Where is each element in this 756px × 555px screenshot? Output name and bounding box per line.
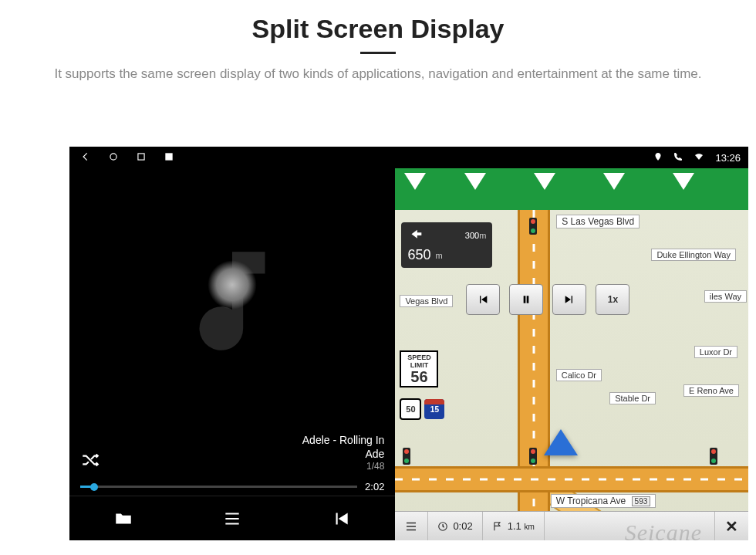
sim-speed-button[interactable]: 1x: [596, 284, 629, 315]
interstate-shield: 15: [424, 399, 444, 419]
gallery-icon[interactable]: [164, 151, 174, 164]
lane-arrow-icon: [603, 173, 625, 190]
shuffle-icon[interactable]: [80, 450, 100, 473]
nav-menu-button[interactable]: [395, 512, 428, 540]
speed-limit-sign: SPEED LIMIT 56: [400, 350, 438, 387]
sim-next-button[interactable]: [552, 284, 586, 315]
flag-icon: [492, 521, 503, 532]
sim-prev-button[interactable]: [466, 284, 500, 315]
street-label: Duke Ellington Way: [651, 249, 736, 261]
folder-button[interactable]: [69, 496, 178, 540]
street-label: Luxor Dr: [694, 346, 737, 358]
recents-icon[interactable]: [136, 151, 147, 164]
street-label: E Reno Ave: [683, 384, 739, 397]
street-label: S Las Vegas Blvd: [556, 215, 640, 228]
turn-distance: 650: [407, 247, 430, 263]
page-subtitle: It supports the same screen display of t…: [39, 65, 717, 84]
title-underline: [360, 52, 396, 54]
turn-distance-unit: m: [435, 251, 442, 260]
status-bar: 13:26: [69, 147, 748, 168]
traffic-light-icon: [529, 218, 537, 235]
back-icon[interactable]: [80, 151, 91, 164]
playlist-button[interactable]: [178, 496, 287, 540]
brand-watermark: Seicane: [625, 519, 702, 546]
svg-rect-2: [165, 153, 172, 160]
road-horizontal: [395, 466, 748, 492]
home-icon[interactable]: [108, 151, 119, 164]
nav-close-button[interactable]: ✕: [714, 512, 748, 540]
turn-left-icon: [407, 227, 424, 244]
previous-button[interactable]: [287, 496, 396, 540]
street-label: iles Way: [704, 290, 747, 303]
svg-point-0: [110, 153, 116, 159]
touch-hotspot-icon[interactable]: [208, 260, 257, 310]
clock-icon: [437, 521, 448, 532]
wifi-icon: [694, 152, 704, 164]
phone-icon: [673, 152, 683, 164]
album-art-area: [69, 168, 395, 433]
clock-time: 13:26: [715, 152, 741, 164]
page-title: Split Screen Display: [31, 14, 725, 44]
traffic-light-icon: [529, 448, 537, 465]
navigation-pane: S Las Vegas Blvd Vegas Blvd Duke Ellingt…: [395, 168, 748, 540]
lane-arrow-icon: [534, 173, 555, 190]
route-shields: 50 15: [400, 398, 444, 420]
track-title: Adele - Rolling In: [302, 433, 385, 447]
street-label: Calico Dr: [556, 369, 602, 381]
lane-arrow-icon: [404, 173, 426, 190]
elapsed-time: 2:02: [365, 481, 384, 492]
sim-playback-controls: 1x: [466, 284, 629, 315]
traffic-light-icon: [403, 448, 410, 465]
turn-instruction-panel: 300m 650 m: [401, 222, 492, 268]
lane-guidance-bar: [395, 168, 748, 210]
street-label: Stable Dr: [609, 392, 656, 404]
sim-pause-button[interactable]: [509, 284, 543, 315]
progress-slider[interactable]: [80, 486, 357, 488]
current-position-icon: [544, 429, 578, 455]
trip-distance: 1.1 km: [483, 512, 545, 540]
street-label: W Tropicana Ave 593: [551, 494, 656, 508]
device-screen: 13:26 Adele - Rolling In Ade 1/48: [69, 147, 748, 540]
track-artist: Ade: [302, 447, 385, 461]
traffic-light-icon: [710, 448, 717, 465]
us-route-shield: 50: [400, 398, 421, 420]
trip-time: 0:02: [428, 512, 482, 540]
music-pane: Adele - Rolling In Ade 1/48 2:02: [69, 168, 395, 540]
lane-arrow-icon: [464, 173, 486, 190]
lane-arrow-icon: [673, 173, 694, 190]
svg-rect-1: [138, 153, 144, 159]
location-icon: [653, 152, 663, 164]
exit-badge: 593: [632, 496, 651, 506]
street-label: Vegas Blvd: [400, 295, 453, 307]
track-counter: 1/48: [302, 461, 385, 473]
